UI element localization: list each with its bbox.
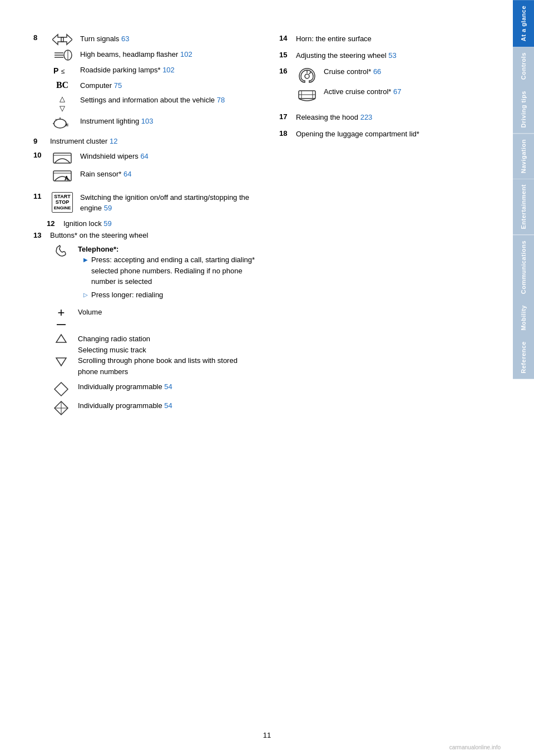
item-10-row-2-text: Rain sensor* 64 [80,169,257,180]
item-18-text: Opening the luggage compartment lid* [296,129,491,140]
item-9-text: Instrument cluster 12 [50,137,117,145]
sidebar-tab-reference[interactable]: Reference [513,336,534,379]
left-column: 8 Turn signals 63 [33,33,257,734]
item-8-row-6-link[interactable]: 103 [141,117,154,125]
wiper-icon [50,151,75,165]
diamond2-link[interactable]: 54 [164,401,172,410]
diamond1-text: Individually programmable 54 [78,381,257,392]
page-number: 11 [263,731,271,739]
item-9-link[interactable]: 12 [110,137,117,145]
item-8-row-1: Turn signals 63 [50,33,257,46]
svg-text:≤: ≤ [61,67,65,75]
cruise-control-icon [296,66,318,83]
sidebar-tab-at-a-glance[interactable]: At a glance [513,0,534,47]
item-8-row-5-link[interactable]: 78 [217,96,225,104]
sidebar-tab-navigation[interactable]: Navigation [513,134,534,179]
sub-bullet-1: ▶ [83,256,88,264]
item-16-cruise-link[interactable]: 66 [373,67,381,76]
radio-arrows-icon [50,333,72,367]
item-11-text: Switching the ignition on/off and starti… [80,192,257,214]
item-13-phone-row: Telephone*: ▶ Press: accepting and endin… [50,244,257,303]
item-15-number: 15 [279,51,291,59]
sidebar-tab-entertainment[interactable]: Entertainment [513,179,534,234]
parking-lamps-icon: P ≤ [50,65,75,77]
svg-marker-1 [61,35,72,45]
item-13-sub1-text: Press: accepting and ending a call, star… [91,254,257,287]
item-8-row-1-text: Turn signals 63 [80,33,257,45]
start-stop-icon: START STOP ENGINE [50,192,75,213]
computer-icon: BC [50,80,75,90]
item-8-row-4-link[interactable]: 75 [114,81,122,90]
svg-marker-0 [52,35,63,45]
item-14-text: Horn: the entire surface [296,33,491,45]
item-16-active-cruise-link[interactable]: 67 [393,87,401,96]
item-13-diamond1-row: Individually programmable 54 [50,381,257,397]
item-8-row-3-link[interactable]: 102 [162,66,175,74]
item-11-link[interactable]: 59 [104,204,112,212]
item-16: 16 Cruise control* 66 [279,66,491,106]
phone-icon [50,244,72,261]
item-8-row-5: △ ▽ Settings and information about the v… [50,95,257,112]
item-16-active-cruise-row: Active cruise control* 67 [296,86,491,103]
watermark: carmanualonline.info [449,744,501,750]
item-14: 14 Horn: the entire surface [279,33,491,45]
item-10-row-2: A Rain sensor* 64 [50,169,257,183]
item-13-sub2: ▷ Press longer: redialing [78,289,257,301]
svg-text:✳: ✳ [65,122,69,128]
item-10-number: 10 [33,151,44,159]
active-cruise-icon [296,86,318,103]
item-8-row-2-link[interactable]: 102 [180,50,192,58]
item-13-sub2-text: Press longer: redialing [91,289,163,301]
item-13-phone-text: Telephone*: ▶ Press: accepting and endin… [78,244,257,303]
sidebar-tab-communications[interactable]: Communications [513,235,534,300]
item-12-link[interactable]: 59 [103,219,111,228]
sidebar-tab-mobility[interactable]: Mobility [513,300,534,336]
svg-point-25 [305,74,309,78]
diamond1-icon [50,381,72,397]
item-17-number: 17 [279,112,291,121]
radio-text: Changing radio station Selecting music t… [78,333,257,377]
item-8-number: 8 [33,33,44,42]
item-8-group: 8 Turn signals 63 [33,33,257,132]
svg-marker-20 [56,358,66,366]
sidebar: At a glance Controls Driving tips Naviga… [513,0,534,756]
item-8-row-4-text: Computer 75 [80,80,257,91]
item-13-radio-row: Changing radio station Selecting music t… [50,333,257,377]
highbeam-icon [50,49,75,61]
item-10-group: 10 Windshie [33,151,257,186]
item-9-number: 9 [33,137,44,145]
item-8-row-6: ✳ Instrument lighting 103 [50,116,257,129]
item-17: 17 Releasing the hood 223 [279,112,491,123]
item-12-number: 12 [47,219,58,228]
item-13-label: Buttons* on the steering wheel [50,231,148,239]
item-8-row-6-text: Instrument lighting 103 [80,116,257,127]
item-18-number: 18 [279,129,291,138]
main-content: 8 Turn signals 63 [0,0,513,756]
item-8-row-5-text: Settings and information about the vehic… [80,95,257,106]
item-10-row-2-link[interactable]: 64 [123,170,131,178]
item-8-row-2-text: High beams, headlamp flasher 102 [80,49,257,60]
sidebar-tab-driving-tips[interactable]: Driving tips [513,85,534,134]
item-18: 18 Opening the luggage compartment lid* [279,129,491,140]
turn-signals-icon [50,33,75,46]
right-column: 14 Horn: the entire surface 15 Adjusting… [279,33,491,734]
item-17-text: Releasing the hood 223 [296,112,491,123]
item-13-diamond2-row: Individually programmable 54 [50,400,257,416]
item-17-link[interactable]: 223 [360,113,373,121]
volume-icon: + — [50,307,72,329]
diamond2-icon [50,400,72,416]
item-13-group: 13 Buttons* on the steering wheel Teleph… [33,231,257,416]
item-13-sub1: ▶ Press: accepting and ending a call, st… [78,254,257,287]
rain-sensor-icon: A [50,169,75,183]
diamond1-link[interactable]: 54 [164,382,172,391]
sub-bullet-2: ▷ [83,291,88,299]
item-8-row-1-link[interactable]: 63 [121,35,129,43]
item-10-row-1-link[interactable]: 64 [140,152,148,160]
sidebar-tab-controls[interactable]: Controls [513,47,534,85]
page-container: 8 Turn signals 63 [0,0,534,756]
item-12-group: 12 Ignition lock 59 [33,219,257,228]
item-15-link[interactable]: 53 [388,51,396,60]
item-9-group: 9 Instrument cluster 12 [33,137,257,145]
svg-text:P: P [53,66,58,75]
item-11-number: 11 [33,192,44,200]
